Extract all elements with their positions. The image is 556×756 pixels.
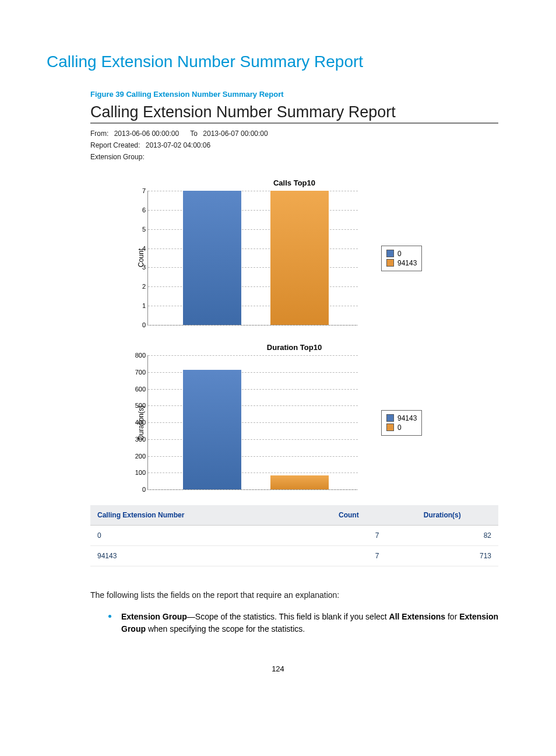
legend-swatch-orange	[386, 259, 394, 267]
to-value: 2013-06-07 00:00:00	[203, 130, 268, 138]
explanation-list: Extension Group—Scope of the statistics.…	[105, 611, 509, 635]
cell-dur: 82	[386, 526, 499, 546]
cell-ext: 94143	[90, 546, 311, 566]
explanation-intro: The following lists the fields on the re…	[90, 590, 509, 601]
chart-calls-top10: Calls Top10 Count 01234567 0 94143	[137, 178, 452, 326]
ext-group-label: Extension Group:	[90, 153, 145, 161]
figure-caption: Figure 39 Calling Extension Number Summa…	[90, 90, 509, 99]
cell-ext: 0	[90, 526, 311, 546]
legend-item: 94143	[386, 259, 417, 267]
report-date-range: From: 2013-06-06 00:00:00 To 2013-06-07 …	[90, 130, 498, 138]
summary-table: Calling Extension Number Count Duration(…	[90, 505, 498, 566]
th-count: Count	[311, 505, 386, 526]
text: Scope of the statistics. This field is b…	[195, 612, 389, 621]
legend-swatch-blue	[386, 250, 394, 257]
th-duration: Duration(s)	[386, 505, 499, 526]
created-label: Report Created:	[90, 141, 140, 149]
chart-duration-top10: Duration Top10 Duration(s) 0100200300400…	[137, 343, 452, 490]
chart2-legend: 94143 0	[381, 410, 422, 436]
table-row: 0 7 82	[90, 526, 498, 546]
chart2-plot-area: 0100200300400500600700800	[147, 355, 358, 490]
list-item: Extension Group—Scope of the statistics.…	[105, 611, 509, 635]
table-row: 94143 7 713	[90, 546, 498, 566]
cell-dur: 713	[386, 546, 499, 566]
from-label: From:	[90, 130, 108, 138]
legend-item: 0	[386, 250, 417, 258]
chart2-title: Duration Top10	[137, 343, 452, 352]
legend-item: 0	[386, 424, 417, 432]
legend-label: 94143	[397, 414, 417, 422]
cell-count: 7	[311, 546, 386, 566]
text: for	[445, 612, 459, 621]
legend-label: 0	[397, 250, 402, 258]
cell-count: 7	[311, 526, 386, 546]
term: Extension Group	[121, 612, 187, 621]
bold: All Extensions	[389, 612, 445, 621]
legend-label: 0	[397, 424, 402, 432]
legend-swatch-blue	[386, 414, 394, 422]
extension-group: Extension Group:	[90, 153, 498, 161]
report-created: Report Created: 2013-07-02 04:00:06	[90, 141, 498, 149]
legend-label: 94143	[397, 259, 417, 267]
th-extension: Calling Extension Number	[90, 505, 311, 526]
sep: —	[187, 612, 195, 621]
chart1-plot-area: 01234567	[147, 191, 358, 326]
chart1-title: Calls Top10	[137, 178, 452, 187]
page-number: 124	[47, 664, 509, 673]
page-heading: Calling Extension Number Summary Report	[47, 52, 509, 71]
created-value: 2013-07-02 04:00:06	[146, 141, 210, 149]
legend-item: 94143	[386, 414, 417, 422]
text: when specifying the scope for the statis…	[146, 624, 305, 634]
legend-swatch-orange	[386, 424, 394, 431]
to-label: To	[190, 130, 198, 138]
report-frame: Calling Extension Number Summary Report …	[90, 103, 498, 566]
from-value: 2013-06-06 00:00:00	[114, 130, 179, 138]
report-title: Calling Extension Number Summary Report	[90, 103, 498, 124]
chart1-legend: 0 94143	[381, 246, 422, 271]
